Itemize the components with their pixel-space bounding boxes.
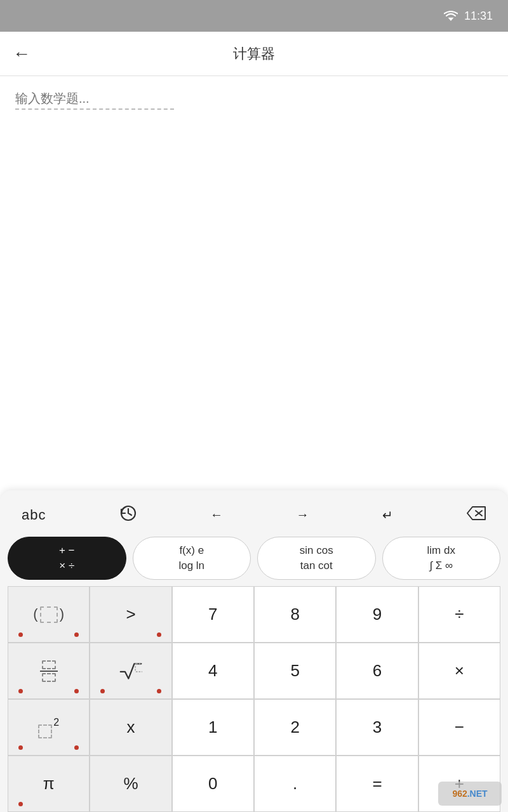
app-bar: ← 计算器 xyxy=(0,32,508,76)
cat-basic-button[interactable]: + − × ÷ xyxy=(8,537,126,580)
keyboard-panel: abc ← → ↵ + − × ÷ f(x) e xyxy=(0,490,508,812)
cat-adv-line1: lim dx xyxy=(427,543,455,558)
power-visual: 2 xyxy=(38,717,59,738)
key-pi[interactable]: π xyxy=(8,756,90,812)
status-bar: 11:31 xyxy=(0,0,508,32)
key-0[interactable]: 0 xyxy=(173,756,254,812)
watermark: 962.NET xyxy=(438,782,502,806)
dot-indicator xyxy=(18,632,23,637)
cursor-left-button[interactable]: ← xyxy=(201,504,232,526)
key-x[interactable]: x xyxy=(90,700,171,756)
frac-visual xyxy=(40,660,58,682)
cat-functions-button[interactable]: f(x) e log ln xyxy=(133,537,251,580)
key-1[interactable]: 1 xyxy=(173,700,254,756)
cat-func-line2: log ln xyxy=(178,558,204,573)
paren-key[interactable]: () xyxy=(8,587,90,643)
gt-label: > xyxy=(126,605,135,624)
key-9[interactable]: 9 xyxy=(337,587,418,643)
key-mul[interactable]: × xyxy=(419,643,500,699)
category-row: + − × ÷ f(x) e log ln sin cos tan cot li… xyxy=(8,537,500,580)
label-2: 2 xyxy=(290,717,299,737)
cat-adv-line2: ∫ Σ ∞ xyxy=(429,558,453,573)
label-0: 0 xyxy=(208,774,217,794)
history-icon xyxy=(119,504,137,522)
label-div: ÷ xyxy=(455,605,464,624)
label-1: 1 xyxy=(208,717,217,737)
label-3: 3 xyxy=(373,717,382,737)
label-7: 7 xyxy=(208,605,217,624)
cat-basic-line1: + − xyxy=(59,543,75,558)
key-6[interactable]: 6 xyxy=(337,643,418,699)
key-7[interactable]: 7 xyxy=(173,587,254,643)
svg-rect-4 xyxy=(135,664,142,672)
dot-indicator xyxy=(18,802,23,806)
sqrt-icon xyxy=(119,661,142,681)
watermark-text: 962.NET xyxy=(452,789,487,799)
back-button[interactable]: ← xyxy=(13,45,30,63)
label-sub: − xyxy=(455,717,464,737)
svg-marker-0 xyxy=(448,18,454,21)
status-time: 11:31 xyxy=(464,10,493,23)
label-percent: % xyxy=(123,774,138,794)
label-8: 8 xyxy=(290,605,299,624)
key-3[interactable]: 3 xyxy=(337,700,418,756)
label-4: 4 xyxy=(208,661,217,681)
cat-trig-line2: tan cot xyxy=(300,558,333,573)
wifi-icon xyxy=(444,11,458,21)
label-eq: = xyxy=(372,774,382,794)
label-x: x xyxy=(126,717,135,737)
backspace-icon xyxy=(466,506,486,521)
dot-indicator xyxy=(157,689,161,693)
enter-button[interactable]: ↵ xyxy=(373,504,402,527)
key-div[interactable]: ÷ xyxy=(419,587,500,643)
dot-indicator xyxy=(74,689,79,693)
key-8[interactable]: 8 xyxy=(255,587,336,643)
label-6: 6 xyxy=(373,661,382,681)
label-pi: π xyxy=(43,774,55,794)
gt-key[interactable]: > xyxy=(90,587,171,643)
backspace-button[interactable] xyxy=(457,502,495,528)
key-4[interactable]: 4 xyxy=(173,643,254,699)
keyboard-top-row: abc ← → ↵ xyxy=(8,501,500,537)
cat-advanced-button[interactable]: lim dx ∫ Σ ∞ xyxy=(382,537,501,580)
math-input[interactable] xyxy=(15,91,174,110)
keypad-grid: () > 7 8 9 ÷ xyxy=(8,586,500,812)
dot-indicator xyxy=(18,745,23,750)
paren-label: () xyxy=(33,606,64,623)
label-dot: . xyxy=(293,774,297,794)
dot-indicator xyxy=(74,745,79,750)
cat-func-line1: f(x) e xyxy=(179,543,204,558)
key-2[interactable]: 2 xyxy=(255,700,336,756)
key-percent[interactable]: % xyxy=(90,756,171,812)
history-button[interactable] xyxy=(110,501,146,529)
label-9: 9 xyxy=(373,605,382,624)
frac-key[interactable] xyxy=(8,643,90,699)
cursor-right-button[interactable]: → xyxy=(287,504,318,526)
abc-button[interactable]: abc xyxy=(13,503,55,527)
key-eq[interactable]: = xyxy=(337,756,418,812)
dot-indicator xyxy=(157,632,161,637)
label-mul: × xyxy=(455,661,464,681)
dot-indicator xyxy=(74,632,79,637)
cat-trig-line1: sin cos xyxy=(300,543,333,558)
key-sub[interactable]: − xyxy=(419,700,500,756)
dot-indicator xyxy=(100,689,105,693)
status-bar-right: 11:31 xyxy=(444,10,493,23)
input-area xyxy=(0,76,508,343)
key-dot[interactable]: . xyxy=(255,756,336,812)
label-5: 5 xyxy=(290,661,299,681)
sqrt-key[interactable] xyxy=(90,643,171,699)
page-title: 计算器 xyxy=(43,44,465,63)
key-5[interactable]: 5 xyxy=(255,643,336,699)
cat-basic-line2: × ÷ xyxy=(59,558,74,573)
dot-indicator xyxy=(18,689,23,693)
cat-trig-button[interactable]: sin cos tan cot xyxy=(257,537,376,580)
sqrt-label xyxy=(119,661,142,681)
power-key[interactable]: 2 xyxy=(8,700,90,756)
